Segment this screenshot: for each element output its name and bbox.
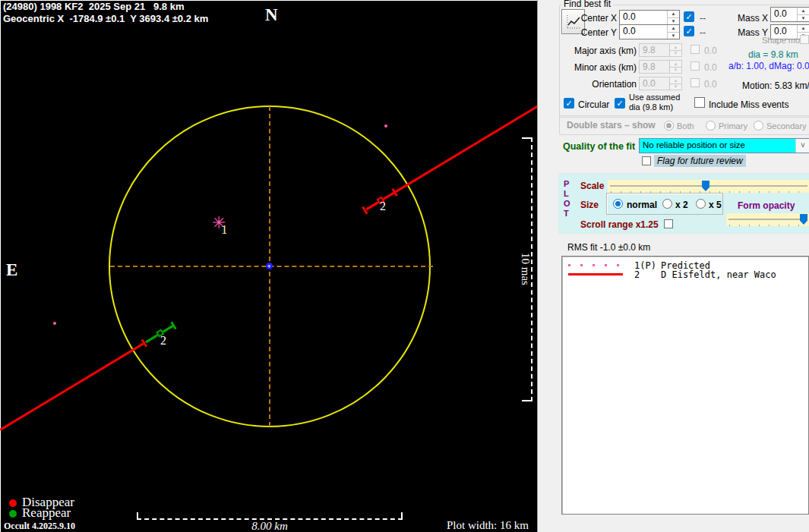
minor-axis-error: 0.0 (704, 62, 717, 73)
mass-y-label: Mass Y (722, 27, 768, 38)
center-x-spinner[interactable]: 0.0 ▲▼ (619, 10, 680, 25)
sky-plane-plot[interactable]: (24980) 1998 KF2 2025 Sep 21 9.8 km Geoc… (0, 0, 537, 532)
form-opacity-slider-thumb[interactable] (800, 214, 807, 225)
slider-groove (728, 219, 807, 220)
chevron-down-icon[interactable] (795, 139, 809, 153)
quality-of-fit-value[interactable]: No reliable position or size (640, 139, 795, 153)
mass-x-value[interactable]: 0.0 (771, 8, 797, 21)
spin-down-icon: ▼ (670, 67, 681, 74)
mass-x-label: Mass X (722, 13, 768, 24)
mas-scale-bracket-top (522, 137, 531, 139)
center-y-spinner[interactable]: 0.0 ▲▼ (619, 24, 680, 39)
chord1-label: 1 (221, 222, 228, 238)
plot-vertical-p: P (564, 179, 569, 188)
double-stars-both-label: Both (677, 121, 694, 131)
center-y-suffix: -- (700, 27, 706, 38)
spin-up-icon[interactable]: ▲ (798, 25, 809, 32)
size-label: Size (580, 200, 599, 210)
motion-readout: Motion: 5.83 km/s (742, 80, 809, 91)
spin-up-icon[interactable]: ▲ (668, 25, 679, 32)
include-miss-checkbox[interactable] (694, 97, 705, 108)
orientation-fit-checkbox (690, 78, 700, 87)
chord2-label-lower: 2 (160, 334, 166, 348)
km-scale-bar-left-tick (137, 512, 138, 519)
use-assumed-dia-checkbox[interactable] (615, 98, 625, 109)
mass-x-spinner[interactable]: 0.0 ▲▼ (770, 7, 809, 22)
plot-width-label: Plot width: 16 km (447, 519, 529, 532)
circular-label: Circular (578, 99, 609, 110)
minor-axis-spinner: 9.8 ▲▼ (639, 60, 682, 74)
east-label: E (6, 260, 17, 280)
include-miss-label: Include Miss events (709, 99, 788, 110)
ab-dmag-readout: a/b: 1.00, dMag: 0.00 (728, 61, 809, 71)
scale-label: Scale (580, 181, 604, 191)
spin-down-icon[interactable]: ▼ (668, 17, 679, 25)
chord2-post-event-segment (395, 105, 537, 193)
center-x-value[interactable]: 0.0 (620, 11, 667, 24)
size-x5-radio[interactable] (696, 199, 706, 209)
spin-down-icon[interactable]: ▼ (668, 32, 679, 39)
minor-axis-label: Minor axis (km) (574, 62, 637, 73)
flag-review-label: Flag for future review (654, 155, 746, 167)
spin-up-icon: ▲ (670, 61, 681, 67)
form-opacity-slider[interactable] (726, 213, 809, 226)
find-best-fit-title: Find best fit (561, 0, 613, 8)
slider-ticks (729, 225, 807, 226)
occult-version-label: Occult 4.2025.9.10 (4, 521, 75, 532)
double-stars-secondary-label: Secondary (766, 121, 807, 131)
quality-of-fit-combobox[interactable]: No reliable position or size (639, 138, 809, 153)
use-assumed-label-line1: Use assumed (629, 93, 680, 102)
plot-vertical-l: L (564, 189, 569, 198)
flag-review-checkbox[interactable] (642, 156, 651, 165)
double-stars-secondary-radio (754, 121, 763, 131)
major-axis-fit-checkbox (690, 45, 700, 54)
major-axis-label: Major axis (km) (574, 46, 637, 56)
center-x-fit-checkbox[interactable] (684, 11, 694, 22)
scale-slider-thumb[interactable] (702, 181, 709, 191)
shape-model-checkbox (800, 35, 809, 44)
chord2-pre-event-segment (0, 343, 144, 431)
double-stars-both-radio (664, 121, 674, 131)
use-assumed-label-line2: dia (9.8 km) (629, 102, 673, 112)
north-label: N (265, 5, 278, 25)
scroll-range-checkbox[interactable] (664, 219, 673, 228)
plot-title-geocentric: Geocentric X -1784.9 ±0.1 Y 3693.4 ±0.2 … (3, 13, 208, 24)
mas-scale-label: 10 mas (519, 248, 532, 291)
list-row-2-name[interactable]: D Eisfeldt, near Waco (661, 269, 776, 280)
scale-slider[interactable] (608, 180, 809, 193)
spin-up-icon: ▲ (670, 77, 681, 83)
major-axis-error: 0.0 (704, 46, 717, 56)
legend-reappear-label: Reappear (22, 505, 71, 521)
spin-down-icon: ▼ (670, 83, 681, 90)
mas-scale-bracket-bottom (522, 400, 531, 401)
circular-checkbox[interactable] (564, 98, 574, 109)
minor-axis-fit-checkbox (690, 61, 700, 71)
list-row-2-id[interactable]: 2 (634, 269, 640, 280)
form-opacity-label: Form opacity (738, 200, 795, 211)
spin-up-icon[interactable]: ▲ (668, 11, 679, 17)
orientation-value: 0.0 (640, 77, 669, 90)
window-edge (0, 0, 1, 532)
size-x2-label: x 2 (675, 200, 688, 210)
size-normal-label: normal (627, 200, 657, 210)
plot-vertical-o: O (564, 199, 570, 208)
spin-up-icon: ▲ (670, 44, 681, 50)
disappear-dot-icon (9, 499, 17, 507)
center-y-label: Center Y (574, 27, 617, 38)
observer-list[interactable]: 1(P) Predicted 2 D Eisfeldt, near Waco (561, 256, 809, 515)
plot-title-object: (24980) 1998 KF2 2025 Sep 21 9.8 km (3, 1, 185, 12)
size-normal-radio[interactable] (613, 199, 623, 209)
center-x-suffix: -- (700, 13, 706, 24)
quality-of-fit-label: Quality of the fit (563, 141, 635, 152)
spin-up-icon[interactable]: ▲ (798, 8, 809, 14)
double-stars-primary-label: Primary (719, 121, 747, 131)
orientation-label: Orientation (574, 79, 637, 90)
spin-down-icon[interactable]: ▼ (798, 14, 809, 22)
major-axis-spinner: 9.8 ▲▼ (639, 43, 682, 57)
double-stars-primary-radio (706, 121, 716, 131)
size-x2-radio[interactable] (662, 199, 672, 209)
center-y-fit-checkbox[interactable] (684, 26, 694, 36)
center-x-label: Center X (574, 13, 617, 24)
predicted-path-dot (53, 322, 56, 325)
center-y-value[interactable]: 0.0 (620, 25, 667, 39)
